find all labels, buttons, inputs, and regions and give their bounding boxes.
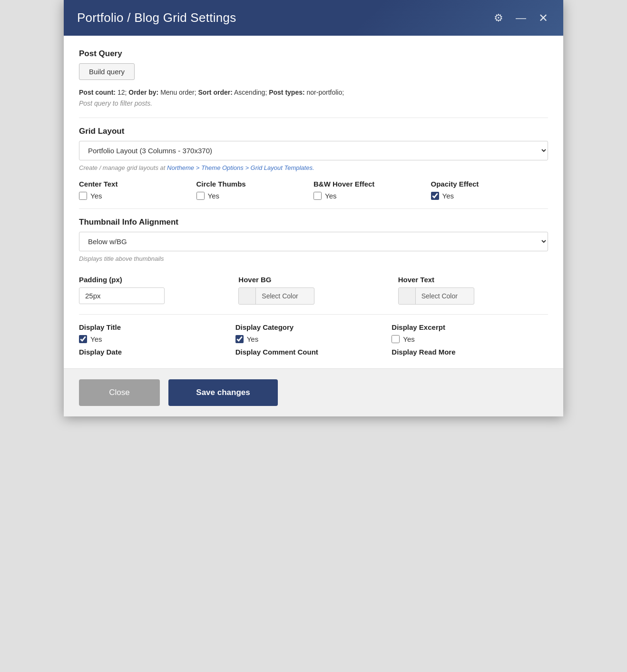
display-category-option-label: Yes xyxy=(247,335,258,343)
divider-1 xyxy=(79,118,548,118)
display-excerpt-label: Display Excerpt xyxy=(392,323,548,331)
display-category-check-item[interactable]: Yes xyxy=(235,335,392,343)
post-count-label: Post count: xyxy=(79,89,116,96)
hover-bg-button-label: Select Color xyxy=(256,288,304,304)
circle-thumbs-option-label: Yes xyxy=(208,192,219,200)
hover-text-color-button[interactable]: Select Color xyxy=(398,287,474,305)
hover-bg-swatch xyxy=(239,288,256,304)
divider-2 xyxy=(79,208,548,209)
thumbnail-align-hint: Displays title above thumbnails xyxy=(79,255,548,262)
display-title-option-label: Yes xyxy=(90,335,102,343)
display-title-check-item[interactable]: Yes xyxy=(79,335,235,343)
display-comment-count-label: Display Comment Count xyxy=(235,348,392,356)
grid-layout-section: Grid Layout Portfolio Layout (3 Columns … xyxy=(79,127,548,171)
sort-order-value: Ascending xyxy=(234,89,265,96)
center-text-checkbox[interactable] xyxy=(79,192,87,200)
header-actions: ⚙ — ✕ xyxy=(492,11,550,25)
bw-hover-group: B&W Hover Effect Yes xyxy=(314,180,431,200)
opacity-effect-label: Opacity Effect xyxy=(431,180,549,188)
sort-order-label: Sort order: xyxy=(198,89,233,96)
display-excerpt-check-item[interactable]: Yes xyxy=(392,335,548,343)
circle-thumbs-checkbox[interactable] xyxy=(196,192,205,200)
grid-layout-hint: Create / manage grid layouts at Northeme… xyxy=(79,164,548,171)
post-query-section: Post Query Build query Post count: 12; O… xyxy=(79,49,548,107)
post-types-value: nor-portfolio xyxy=(307,89,343,96)
display-title-label: Display Title xyxy=(79,323,235,331)
circle-thumbs-checkbox-item[interactable]: Yes xyxy=(196,192,314,200)
display-date-label: Display Date xyxy=(79,348,235,356)
circle-thumbs-group: Circle Thumbs Yes xyxy=(196,180,314,200)
hover-bg-label: Hover BG xyxy=(238,276,388,284)
center-text-label: Center Text xyxy=(79,180,196,188)
display-title-group: Display Title Yes xyxy=(79,323,235,343)
display-comment-count-group: Display Comment Count xyxy=(235,348,392,360)
display-category-group: Display Category Yes xyxy=(235,323,392,343)
post-count-value: 12 xyxy=(118,89,125,96)
bw-hover-checkbox[interactable] xyxy=(314,192,322,200)
grid-layout-hint-prefix: Create / manage grid layouts at xyxy=(79,164,165,171)
hover-text-group: Hover Text Select Color xyxy=(398,276,548,305)
display-title-checkbox[interactable] xyxy=(79,335,87,343)
opacity-effect-group: Opacity Effect Yes xyxy=(431,180,549,200)
thumbnail-align-select[interactable]: Below w/BG Above Below Overlay xyxy=(79,232,548,251)
display-row-1: Display Title Yes Display Category Yes D… xyxy=(79,323,548,343)
padding-group: Padding (px) xyxy=(79,276,229,304)
save-button[interactable]: Save changes xyxy=(168,379,278,406)
center-text-option-label: Yes xyxy=(90,192,102,200)
post-types-label: Post types: xyxy=(269,89,304,96)
display-excerpt-checkbox[interactable] xyxy=(392,335,400,343)
grid-layout-hint-link[interactable]: Northeme > Theme Options > Grid Layout T… xyxy=(167,164,314,171)
hover-text-swatch xyxy=(399,288,416,304)
dialog-header: Portfolio / Blog Grid Settings ⚙ — ✕ xyxy=(64,0,563,36)
display-row-2: Display Date Display Comment Count Displ… xyxy=(79,348,548,360)
display-read-more-group: Display Read More xyxy=(392,348,548,360)
bw-hover-label: B&W Hover Effect xyxy=(314,180,431,188)
post-query-description: Post count: 12; Order by: Menu order; So… xyxy=(79,88,548,98)
center-text-checkbox-item[interactable]: Yes xyxy=(79,192,196,200)
grid-layout-select[interactable]: Portfolio Layout (3 Columns - 370x370) B… xyxy=(79,141,548,160)
grid-layout-label: Grid Layout xyxy=(79,127,548,136)
padding-input[interactable] xyxy=(79,287,165,304)
padding-label: Padding (px) xyxy=(79,276,229,284)
post-query-hint: Post query to filter posts. xyxy=(79,99,548,107)
bw-hover-checkbox-item[interactable]: Yes xyxy=(314,192,431,200)
opacity-effect-checkbox-item[interactable]: Yes xyxy=(431,192,549,200)
hover-bg-color-button[interactable]: Select Color xyxy=(238,287,314,305)
dialog-title: Portfolio / Blog Grid Settings xyxy=(77,10,236,25)
circle-thumbs-label: Circle Thumbs xyxy=(196,180,314,188)
hover-text-button-label: Select Color xyxy=(416,288,463,304)
minimize-button[interactable]: — xyxy=(514,12,528,24)
close-header-button[interactable]: ✕ xyxy=(537,11,550,25)
gear-button[interactable]: ⚙ xyxy=(492,12,505,24)
dialog-body: Post Query Build query Post count: 12; O… xyxy=(64,36,563,360)
dialog-footer: Close Save changes xyxy=(64,368,563,416)
thumbnail-align-section: Thumbnail Info Alignment Below w/BG Abov… xyxy=(79,217,548,262)
build-query-button[interactable]: Build query xyxy=(79,63,135,80)
display-read-more-label: Display Read More xyxy=(392,348,548,356)
display-category-checkbox[interactable] xyxy=(235,335,244,343)
display-category-label: Display Category xyxy=(235,323,392,331)
bw-hover-option-label: Yes xyxy=(325,192,336,200)
thumbnail-align-label: Thumbnail Info Alignment xyxy=(79,217,548,227)
opacity-effect-checkbox[interactable] xyxy=(431,192,439,200)
order-by-value: Menu order xyxy=(160,89,195,96)
padding-hover-row: Padding (px) Hover BG Select Color Hover… xyxy=(79,276,548,305)
hover-text-label: Hover Text xyxy=(398,276,548,284)
divider-3 xyxy=(79,314,548,315)
dialog: Portfolio / Blog Grid Settings ⚙ — ✕ Pos… xyxy=(64,0,563,416)
display-excerpt-option-label: Yes xyxy=(403,335,414,343)
close-button[interactable]: Close xyxy=(79,379,160,406)
spacer-1 xyxy=(79,271,548,276)
post-query-label: Post Query xyxy=(79,49,548,59)
hover-bg-group: Hover BG Select Color xyxy=(238,276,388,305)
display-excerpt-group: Display Excerpt Yes xyxy=(392,323,548,343)
checkboxes-row: Center Text Yes Circle Thumbs Yes B&W Ho… xyxy=(79,180,548,200)
order-by-label: Order by: xyxy=(128,89,158,96)
opacity-effect-option-label: Yes xyxy=(442,192,454,200)
center-text-group: Center Text Yes xyxy=(79,180,196,200)
display-date-group: Display Date xyxy=(79,348,235,360)
